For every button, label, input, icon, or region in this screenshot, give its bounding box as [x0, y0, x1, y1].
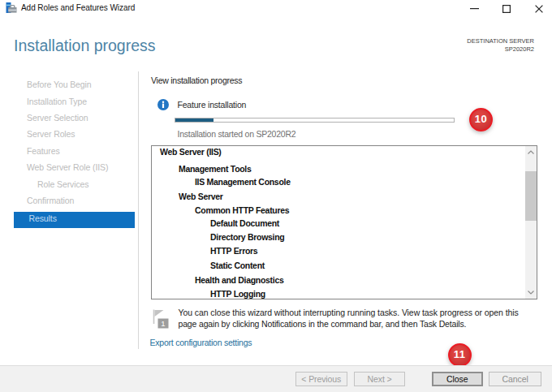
svg-text:1: 1: [161, 319, 165, 328]
